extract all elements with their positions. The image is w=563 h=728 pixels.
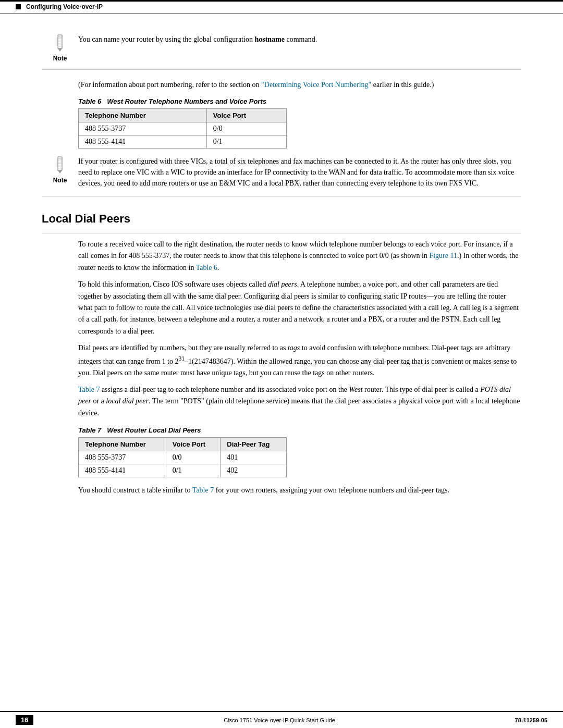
table7-col1-header: Telephone Number [79,438,166,451]
footer-page: 16 [16,715,33,725]
note1-icon-col: Note [42,34,78,62]
table6-col1-header: Telephone Number [79,109,207,122]
svg-marker-1 [58,48,62,52]
para1-block: (For information about port numbering, r… [78,79,521,90]
para6-link[interactable]: Table 7 [192,486,214,494]
para5-block: Table 7 assigns a dial-peer tag to each … [78,384,521,419]
header-bar: Configuring Voice-over-IP [0,0,563,14]
svg-marker-10 [58,170,62,174]
table-row: 408 555-37370/0 [79,122,287,135]
footer: 16 Cisco 1751 Voice-over-IP Quick Start … [0,711,563,728]
para1-link[interactable]: "Determining Voice Port Numbering" [261,81,371,89]
footer-center: Cisco 1751 Voice-over-IP Quick Start Gui… [44,717,515,723]
note1-text: You can name your router by using the gl… [78,34,521,45]
table-row: 408 555-41410/1402 [79,464,287,477]
main-content: Note You can name your router by using t… [0,14,563,544]
note1-block: Note You can name your router by using t… [42,34,521,70]
para5-link[interactable]: Table 7 [78,386,100,393]
note2-icon-col: Note [42,156,78,184]
para2-link2[interactable]: Table 6 [196,264,217,272]
pencil-icon [51,34,69,53]
para3-block: To hold this information, Cisco IOS soft… [78,279,521,337]
para6-block: You should construct a table similar to … [78,485,521,496]
note2-text: If your router is configured with three … [78,156,521,189]
table-row: 408 555-37370/0401 [79,451,287,464]
footer-right: 78-11259-05 [515,717,547,723]
table7-caption: Table 7 West Router Local Dial Peers [78,426,521,434]
table7-col3-header: Dial-Peer Tag [221,438,287,451]
pencil-icon2 [51,156,69,175]
table7-col2-header: Voice Port [166,438,221,451]
table7: Telephone Number Voice Port Dial-Peer Ta… [78,437,287,477]
header-title: Configuring Voice-over-IP [26,3,103,10]
header-bullet [16,4,21,9]
para2-block: To route a received voice call to the ri… [78,239,521,274]
para4-block: Dial peers are identified by numbers, bu… [78,342,521,379]
section-heading: Local Dial Peers [42,212,521,226]
table6-col2-header: Voice Port [206,109,286,122]
note1-label: Note [53,55,67,62]
table-row: 408 555-41410/1 [79,135,287,149]
table6: Telephone Number Voice Port 408 555-3737… [78,108,287,149]
note2-block: Note If your router is configured with t… [42,156,521,196]
top-border [0,0,563,2]
note2-label: Note [53,177,67,184]
section-divider [42,233,521,233]
para2-link1[interactable]: Figure 11 [429,252,457,260]
table6-caption: Table 6 West Router Telephone Numbers an… [78,97,521,105]
